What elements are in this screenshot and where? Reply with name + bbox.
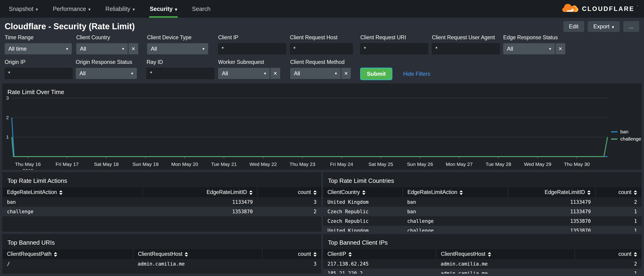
- client-request-host-input[interactable]: [290, 43, 353, 54]
- table-cell[interactable]: 1133479: [508, 197, 596, 207]
- column-header-edgeratelimitid[interactable]: EdgeRateLimitID: [143, 187, 258, 197]
- sort-icon: [59, 190, 62, 195]
- table-cell[interactable]: 1: [596, 226, 642, 232]
- svg-text:Sat May 25: Sat May 25: [368, 162, 393, 167]
- table-title: Top Banned Client IPs: [323, 234, 642, 246]
- table-cell[interactable]: ban: [402, 197, 508, 207]
- client-country-dropdown[interactable]: All▾: [76, 43, 128, 54]
- nav-item-security[interactable]: Security▾: [144, 0, 182, 18]
- edge-response-status-clear-button[interactable]: ×: [556, 43, 565, 54]
- nav-item-snapshot[interactable]: Snapshot▾: [3, 0, 44, 18]
- table-cell[interactable]: admin.camilia.me: [436, 259, 575, 268]
- table-cell[interactable]: admin.camilia.me: [436, 268, 575, 274]
- table-cell[interactable]: 1: [596, 207, 642, 216]
- client-country-clear-button[interactable]: ×: [128, 43, 138, 54]
- client-request-method-dropdown[interactable]: All▾: [290, 68, 340, 79]
- client-ip-input[interactable]: [218, 43, 286, 54]
- ray-id-input[interactable]: [146, 68, 214, 79]
- svg-text:3: 3: [6, 95, 9, 100]
- chevron-down-icon: ▾: [88, 7, 90, 12]
- column-header-edgeratelimitid[interactable]: EdgeRateLimitID: [508, 187, 596, 197]
- table-cell[interactable]: 217.138.62.245: [323, 259, 436, 268]
- edge-response-status-dropdown[interactable]: All▾: [503, 43, 555, 54]
- table-cell[interactable]: 2: [258, 207, 321, 216]
- table-cell[interactable]: United Kingdom: [323, 226, 402, 232]
- table-cell[interactable]: 1: [575, 268, 642, 274]
- table-cell[interactable]: 2: [596, 197, 642, 207]
- chevron-down-icon: ▾: [612, 24, 614, 30]
- client-request-method-clear-button[interactable]: ×: [341, 68, 351, 79]
- table-cell[interactable]: 3: [258, 197, 321, 207]
- client-device-type-dropdown[interactable]: All▾: [147, 43, 208, 54]
- column-header-count[interactable]: count: [575, 249, 642, 259]
- filter-label: Edge Response Status: [503, 34, 565, 41]
- table-cell[interactable]: 1: [596, 216, 642, 226]
- client-request-user-agent-input[interactable]: [432, 43, 500, 54]
- top-rate-limit-actions-panel: Top Rate Limit Actions EdgeRateLimitActi…: [2, 172, 321, 232]
- filter-origin-response-status: Origin Response StatusAll▾: [76, 59, 146, 79]
- table-cell[interactable]: ban: [402, 207, 508, 216]
- origin-response-status-dropdown[interactable]: All▾: [76, 68, 137, 79]
- table-cell[interactable]: 2: [575, 259, 642, 268]
- column-header-clientrequesthost[interactable]: ClientRequestHost: [436, 249, 575, 259]
- table-cell[interactable]: 1353870: [143, 207, 258, 216]
- nav-item-reliability[interactable]: Reliability▾: [100, 0, 140, 18]
- sort-icon: [348, 252, 352, 257]
- filter-label: Worker Subrequest: [218, 59, 290, 65]
- table-cell[interactable]: United Kingdom: [323, 197, 402, 207]
- client-request-uri-input[interactable]: [360, 43, 428, 54]
- nav-item-search[interactable]: Search: [186, 0, 216, 18]
- table-cell[interactable]: 185.21.220.2: [323, 268, 436, 274]
- export-button[interactable]: Export▾: [588, 21, 620, 32]
- table-cell[interactable]: challenge: [402, 226, 508, 232]
- close-icon: ×: [558, 45, 562, 52]
- edit-button[interactable]: Edit: [563, 21, 584, 32]
- top-banned-client-ips-panel: Top Banned Client IPs ClientIPClientRequ…: [323, 234, 642, 274]
- column-header-clientip[interactable]: ClientIP: [323, 249, 436, 259]
- table-cell[interactable]: ban: [2, 197, 143, 207]
- column-header-clientrequesthost[interactable]: ClientRequestHost: [133, 249, 262, 259]
- column-header-count[interactable]: count: [596, 187, 642, 197]
- close-icon: ×: [344, 70, 348, 77]
- column-header-clientcountry[interactable]: ClientCountry: [323, 187, 402, 197]
- hide-filters-link[interactable]: Hide Filters: [403, 71, 430, 77]
- close-icon: ×: [274, 70, 277, 77]
- table-cell[interactable]: challenge: [402, 216, 508, 226]
- table-cell[interactable]: Czech Republic: [323, 216, 402, 226]
- table-cell[interactable]: 3: [262, 259, 321, 268]
- filter-edge-response-status: Edge Response StatusAll▾×: [503, 34, 565, 54]
- more-options-button[interactable]: ...: [623, 21, 639, 32]
- table-title: Top Rate Limit Actions: [2, 172, 321, 184]
- legend-entry-challenge[interactable]: challenge: [611, 136, 641, 142]
- column-header-count[interactable]: count: [258, 187, 321, 197]
- column-header-edgeratelimitaction[interactable]: EdgeRateLimitAction: [2, 187, 143, 197]
- sort-icon: [314, 252, 317, 257]
- worker-subrequest-dropdown[interactable]: All▾: [218, 68, 270, 79]
- legend-entry-ban[interactable]: ban: [611, 129, 641, 134]
- column-header-clientrequestpath[interactable]: ClientRequestPath: [2, 249, 133, 259]
- worker-subrequest-clear-button[interactable]: ×: [270, 68, 280, 79]
- time-range-dropdown[interactable]: All time▾: [5, 43, 72, 54]
- filters-panel: Time RangeAll time▾Client CountryAll▾×Cl…: [0, 34, 644, 84]
- table-cell[interactable]: Czech Republic: [323, 207, 402, 216]
- table-cell[interactable]: admin.camilia.me: [133, 259, 262, 268]
- page-header: Cloudflare - Security (Rate Limit) Edit …: [0, 18, 644, 34]
- brand-trademark: ': [637, 5, 638, 9]
- table-row: /admin.camilia.me3: [2, 259, 321, 268]
- column-header-edgeratelimitaction[interactable]: EdgeRateLimitAction: [402, 187, 508, 197]
- table-cell[interactable]: 1353870: [508, 216, 596, 226]
- dropdown-value: All: [294, 70, 300, 77]
- table-cell[interactable]: /: [2, 259, 133, 268]
- table-cell[interactable]: 1133479: [508, 207, 596, 216]
- submit-button[interactable]: Submit: [360, 68, 392, 80]
- origin-ip-input[interactable]: [5, 68, 72, 79]
- chevron-down-icon: ▾: [549, 46, 551, 51]
- table-cell[interactable]: 1133479: [143, 197, 258, 207]
- table-cell[interactable]: 1353870: [508, 226, 596, 232]
- filter-label: Origin Response Status: [76, 59, 146, 65]
- nav-item-performance[interactable]: Performance▾: [47, 0, 96, 18]
- table-cell[interactable]: challenge: [2, 207, 143, 216]
- svg-text:Thu May 16: Thu May 16: [15, 162, 41, 167]
- page-title: Cloudflare - Security (Rate Limit): [5, 22, 135, 31]
- column-header-count[interactable]: count: [262, 249, 321, 259]
